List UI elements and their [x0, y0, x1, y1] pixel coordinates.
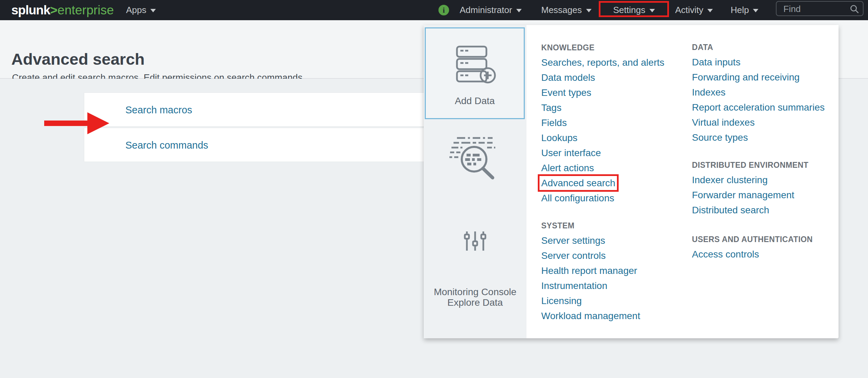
nav-help-label: Help — [731, 5, 749, 15]
menu-item[interactable]: Health report manager — [541, 263, 640, 278]
page-title: Advanced search — [11, 50, 145, 68]
nav-apps-label: Apps — [126, 5, 146, 15]
logo-product: enterprise — [58, 3, 114, 17]
menu-item[interactable]: Source types — [692, 130, 825, 145]
caret-down-icon — [649, 9, 655, 12]
tile-monitoring-console-label: Monitoring Console — [424, 285, 526, 299]
menu-item[interactable]: Forwarding and receiving — [692, 70, 825, 85]
menu-item[interactable]: Instrumentation — [541, 278, 640, 293]
menu-heading-users-authentication: USERS AND AUTHENTICATION — [692, 234, 813, 245]
menu-item[interactable]: Data inputs — [692, 55, 825, 70]
caret-down-icon — [753, 9, 758, 12]
splunk-enterprise-logo[interactable]: splunk>enterprise — [11, 0, 114, 20]
menu-item[interactable]: Alert actions — [541, 161, 665, 176]
nav-settings-menu[interactable]: Settings — [613, 0, 655, 20]
menu-list-users-authentication: Access controls — [692, 247, 813, 262]
menu-section-data: DATA Data inputsForwarding and receiving… — [692, 41, 825, 145]
search-commands-link[interactable]: Search commands — [125, 128, 208, 162]
menu-section-system: SYSTEM Server settingsServer controlsHea… — [541, 220, 640, 324]
menu-item[interactable]: Tags — [541, 100, 665, 115]
nav-activity-label: Activity — [675, 5, 703, 15]
tile-explore-data[interactable]: Explore Data — [424, 135, 526, 238]
tile-add-data[interactable]: Add Data — [425, 27, 525, 119]
menu-heading-data: DATA — [692, 41, 825, 53]
tile-monitoring-console[interactable]: Monitoring Console — [424, 230, 526, 319]
menu-heading-distributed-environment: DISTRIBUTED ENVIRONMENT — [692, 159, 808, 171]
caret-down-icon — [150, 9, 156, 12]
caret-down-icon — [516, 9, 522, 12]
menu-list-distributed-environment: Indexer clusteringForwarder managementDi… — [692, 173, 808, 218]
menu-item[interactable]: User interface — [541, 146, 665, 161]
menu-heading-system: SYSTEM — [541, 220, 640, 231]
menu-item[interactable]: Server settings — [541, 233, 640, 248]
menu-item[interactable]: All configurations — [541, 191, 665, 206]
menu-item[interactable]: Indexes — [692, 85, 825, 100]
menu-item[interactable]: Advanced search — [541, 176, 665, 191]
menu-item[interactable]: Forwarder management — [692, 188, 808, 203]
menu-list-system: Server settingsServer controlsHealth rep… — [541, 233, 640, 324]
menu-item[interactable]: Fields — [541, 115, 665, 130]
logo-brand: splunk — [11, 3, 50, 17]
menu-item[interactable]: Searches, reports, and alerts — [541, 55, 665, 70]
menu-item[interactable]: Lookups — [541, 130, 665, 146]
menu-item[interactable]: Event types — [541, 85, 665, 100]
nav-settings-label: Settings — [613, 5, 645, 15]
nav-administrator-menu[interactable]: Administrator — [460, 0, 522, 20]
nav-messages-label: Messages — [541, 5, 582, 15]
nav-administrator-label: Administrator — [460, 5, 512, 15]
splunk-app: splunk>enterprise Apps i Administrator M… — [0, 0, 868, 378]
menu-section-knowledge: KNOWLEDGE Searches, reports, and alertsD… — [541, 42, 665, 206]
menu-item[interactable]: Report acceleration summaries — [692, 100, 825, 115]
search-icon[interactable] — [850, 4, 859, 15]
caret-down-icon — [586, 9, 592, 12]
menu-item[interactable]: Access controls — [692, 247, 813, 262]
menu-item[interactable]: Distributed search — [692, 203, 808, 218]
menu-heading-knowledge: KNOWLEDGE — [541, 42, 665, 53]
nav-messages-menu[interactable]: Messages — [541, 0, 592, 20]
top-navbar: splunk>enterprise Apps i Administrator M… — [0, 0, 868, 20]
logo-separator: > — [50, 3, 58, 17]
menu-item[interactable]: Server controls — [541, 248, 640, 263]
menu-item[interactable]: Virtual indexes — [692, 115, 825, 130]
find-search-box[interactable] — [776, 1, 864, 16]
menu-list-knowledge: Searches, reports, and alertsData models… — [541, 55, 665, 206]
menu-section-users-authentication: USERS AND AUTHENTICATION Access controls — [692, 234, 813, 262]
explore-data-icon — [449, 135, 501, 182]
menu-item[interactable]: Licensing — [541, 293, 640, 308]
monitoring-console-icon — [464, 230, 486, 253]
settings-menu-tile-strip: Add Data — [424, 25, 526, 338]
nav-apps-menu[interactable]: Apps — [126, 0, 156, 20]
nav-help-menu[interactable]: Help — [731, 0, 758, 20]
menu-item[interactable]: Data models — [541, 70, 665, 85]
menu-list-data: Data inputsForwarding and receivingIndex… — [692, 55, 825, 145]
search-macros-link[interactable]: Search macros — [125, 93, 192, 127]
menu-item[interactable]: Indexer clustering — [692, 173, 808, 188]
info-icon[interactable]: i — [438, 5, 449, 15]
menu-section-distributed-environment: DISTRIBUTED ENVIRONMENT Indexer clusteri… — [692, 159, 808, 218]
tile-add-data-label: Add Data — [426, 96, 524, 106]
add-data-icon — [453, 45, 497, 86]
menu-item[interactable]: Workload management — [541, 308, 640, 324]
find-search-input[interactable] — [783, 2, 847, 16]
nav-activity-menu[interactable]: Activity — [675, 0, 713, 20]
caret-down-icon — [707, 9, 713, 12]
